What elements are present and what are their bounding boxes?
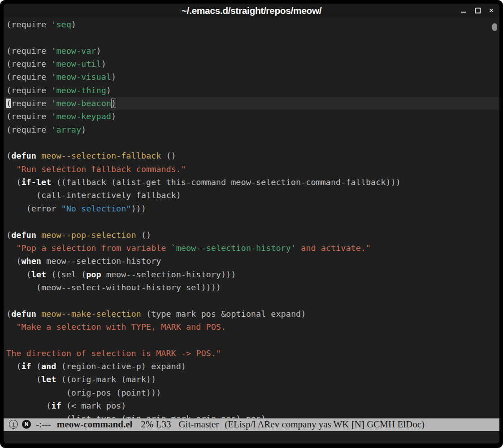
code-line: (require 'meow-thing) [6,84,499,97]
code-line: (error "No selection"))) [6,202,499,215]
maximize-button[interactable] [474,7,481,14]
window-title: ~/.emacs.d/straight/repos/meow/ [182,5,322,16]
code-token: ) [106,86,111,95]
code-line: (defun meow--pop-selection () [6,228,499,241]
code-token: ( [6,230,11,240]
code-token: meow--selection-history))) [101,270,236,279]
code-area: (require 'seq) (require 'meow-var)(requi… [6,18,499,418]
code-token: ) [111,112,116,121]
code-token: (require [6,46,51,56]
code-line: (if (and (region-active-p) expand) [6,360,499,373]
code-token: let [31,270,46,279]
code-token: ' [51,86,56,95]
code-token: meow-var [56,46,96,56]
code-token: pop [86,270,101,279]
titlebar[interactable]: ~/.emacs.d/straight/repos/meow/ ✕ [4,4,499,17]
code-token: (orig-pos (point))) [6,388,161,397]
code-token: "Make a selection with TYPE, MARK and PO… [6,322,226,332]
code-token: ((sel ( [46,270,86,279]
matched-paren: ) [111,99,116,108]
code-line: (if (< mark pos) [6,399,499,412]
code-token: ' [51,125,56,134]
code-token: ( [6,256,21,266]
code-token: ( [6,309,11,319]
code-token: The direction of selection is MARK -> PO… [6,349,221,358]
text-cursor: ( [6,99,11,108]
code-line: (list type (min orig-mark orig-pos) pos) [6,412,499,418]
meow-state-letter: N [25,421,29,427]
code-line [6,136,499,149]
code-line: (orig-pos (point))) [6,386,499,399]
code-token: (require [6,125,51,134]
code-token: (meow--select-without-history sel)))) [6,283,221,292]
code-token: ' [51,112,56,121]
code-token: ' [51,99,56,108]
code-token: and [41,362,56,371]
code-line: (require 'meow-util) [6,57,499,70]
code-line: (when meow--selection-history [6,254,499,267]
code-token: meow--selection-history [41,256,161,266]
code-token: ' [51,46,56,56]
code-line: "Pop a selection from variable `meow--se… [6,241,499,254]
code-token: (call-interactively fallback) [6,190,181,200]
code-token: () [136,230,151,240]
close-button[interactable]: ✕ [488,7,495,14]
window-number: 1 [12,421,15,428]
code-line: "Run selection fallback commands." [6,163,499,176]
code-line: (defun meow--selection-fallback () [6,149,499,162]
code-line: (require 'seq) [6,18,499,31]
code-token: `meow--selection-history' [171,243,296,253]
code-line: (let ((sel (pop meow--selection-history)… [6,268,499,281]
vc-branch[interactable]: Git-master [178,419,219,430]
code-token: (type mark pos &optional expand) [141,309,306,319]
code-line: (defun meow--make-selection (type mark p… [6,307,499,320]
code-token: "No selection" [61,204,131,213]
code-token: ) [96,46,101,56]
code-line: "Make a selection with TYPE, MARK and PO… [6,320,499,333]
code-token: ( [6,151,11,160]
code-token: (require [6,86,51,95]
code-token: ' [51,59,56,69]
code-token: meow-util [56,59,101,69]
code-line: (require 'meow-var) [6,44,499,57]
echo-area[interactable] [4,431,499,444]
code-line: The direction of selection is MARK -> PO… [6,347,499,360]
buffer-name[interactable]: meow-command.el [57,419,133,430]
window-number-badge: 1 [9,420,18,429]
code-token: ((fallback (alist-get this-command meow-… [51,177,401,187]
code-token: ) [101,59,106,69]
meow-state-badge: N [22,420,31,429]
window-controls: ✕ [460,4,495,17]
modeline: 1 N -:--- meow-command.el 2% L33 Git-mas… [4,418,499,431]
code-token: array [56,125,81,134]
scrollbar-thumb[interactable] [492,23,497,31]
code-token: (require [6,112,51,121]
code-line: (if-let ((fallback (alist-get this-comma… [6,176,499,189]
code-token: () [161,151,176,160]
minimize-button[interactable] [460,7,467,14]
code-token: (list type (min orig-mark orig-pos) pos) [6,414,266,418]
code-token: meow-visual [56,72,111,82]
code-token: "Run selection fallback commands." [6,164,186,174]
buffer-position: 2% L33 [141,419,171,430]
editor-buffer[interactable]: (require 'seq) (require 'meow-var)(requi… [4,17,499,418]
emacs-window: ~/.emacs.d/straight/repos/meow/ ✕ (requi… [4,4,499,444]
code-token: (require [6,59,51,69]
code-line [6,294,499,307]
code-token: defun [11,309,36,319]
code-token: ((orig-mark (mark)) [56,375,156,384]
code-token: seq [56,20,71,29]
code-token: meow--make-selection [41,309,141,319]
code-token: if [21,362,31,371]
code-token: ( [6,401,51,410]
code-token: (require [6,72,51,82]
minor-modes-list[interactable]: (ELisp/l ARev company yas WK [N] GCMH El… [225,419,425,430]
code-line [6,333,499,346]
code-token [36,151,41,160]
code-line: (let ((orig-mark (mark)) [6,373,499,386]
code-line [6,215,499,228]
code-line: (require 'meow-keypad) [6,110,499,123]
minimize-icon [461,12,466,13]
code-token: when [21,256,41,266]
code-token: ( [6,362,21,371]
